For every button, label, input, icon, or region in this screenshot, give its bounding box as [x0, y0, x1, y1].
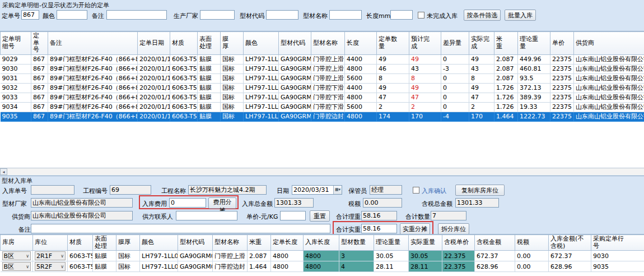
inbound-confirm-checkbox[interactable] [413, 187, 419, 194]
column-header[interactable]: 理论重量 [374, 235, 409, 251]
table-row[interactable]: 903286789#门框型材F26-F40（866+867）2020/01/13… [1, 83, 644, 93]
total-theoretical-weight-input[interactable] [361, 211, 397, 220]
chevron-down-icon[interactable]: ∨ [60, 264, 64, 269]
actual-weight-allocate-button[interactable]: 实重分摊 [400, 223, 430, 234]
fee-input[interactable] [169, 198, 206, 208]
column-header[interactable]: 实际完 成 [469, 32, 494, 55]
date-picker[interactable]: 2020/03/31 ▦▾ [292, 185, 342, 195]
column-header[interactable]: 入库金额(不 含税) [549, 235, 591, 251]
grid-cell: 6063-T5 [68, 251, 93, 261]
column-header[interactable]: 颜色 [140, 235, 178, 251]
total-qty-input[interactable] [431, 211, 466, 220]
total-actual-weight-input[interactable] [361, 224, 397, 233]
grid-cell: 30.05 [409, 251, 442, 261]
column-header[interactable]: 颜色 [244, 32, 279, 55]
column-header[interactable]: 库房 [1, 235, 33, 251]
note-filter-input[interactable] [106, 10, 167, 20]
column-header[interactable]: 理论重 量 [518, 32, 550, 55]
column-header[interactable]: 入库长度 [304, 235, 339, 251]
column-header[interactable]: 膜厚 [116, 235, 140, 251]
supplier-input[interactable] [31, 211, 133, 220]
combo-cell[interactable]: 2R1F∨ [35, 251, 66, 260]
split-location-button[interactable]: 拆分库位 [438, 223, 469, 234]
column-header[interactable]: 表面 处理 [93, 235, 116, 251]
batch-inbound-button[interactable]: 批量入库 [505, 10, 536, 21]
column-header[interactable]: 型材代码 [178, 235, 213, 251]
column-header[interactable]: 膜 厚 [221, 32, 244, 55]
column-header[interactable]: 税额 [515, 235, 549, 251]
column-header[interactable]: 型材名称 [213, 235, 248, 251]
table-row[interactable]: B区∨5R2F∨6063-T5贴膜国标LH797-1LL0GA90GRM05门带… [1, 261, 644, 272]
column-header[interactable]: 定 单 号 [31, 32, 48, 55]
chevron-down-icon[interactable]: ∨ [60, 254, 64, 259]
table-row[interactable]: 903186789#门框型材F26-F40（866+867）2020/01/13… [1, 73, 644, 83]
column-header[interactable]: 表面 处理 [198, 32, 221, 55]
grid-cell: 2 [469, 102, 494, 112]
column-header[interactable]: 定单日期 [138, 32, 170, 55]
column-header[interactable]: 米 重 [494, 32, 518, 55]
grid-cell: 2.087 [248, 251, 271, 261]
grid-cell: 9035 [591, 261, 644, 272]
fee-allocate-button[interactable]: 费用分摊 [208, 197, 236, 209]
table-row[interactable]: 903386789#门框型材F26-F40（866+867）2020/01/13… [1, 93, 644, 102]
column-header[interactable]: 实际重量 [409, 235, 442, 251]
total-amount-input[interactable] [274, 198, 314, 208]
order-no-input[interactable] [21, 10, 39, 20]
copy-warehouse-button[interactable]: 复制库房库位 [455, 185, 505, 196]
unit-price-input[interactable] [280, 211, 306, 220]
table-row[interactable]: B区∨2R1F∨6063-T5贴膜国标LH797-1LL0GA90GRM03门带… [1, 251, 644, 261]
order-detail-grid: 定单明 细号定 单 号备注定单日期材质表面 处理膜 厚颜色型材代码型材名称长度定… [0, 31, 644, 168]
chevron-down-icon[interactable]: ∨ [26, 264, 29, 269]
combo-cell[interactable]: B区∨ [2, 262, 31, 271]
column-header[interactable]: 定单明 细号 [1, 32, 31, 55]
factory-input[interactable] [31, 198, 133, 208]
chevron-down-icon[interactable]: ∨ [26, 254, 29, 259]
scroll-left-button[interactable]: ◂ [0, 168, 7, 175]
inbound-no-input[interactable] [31, 185, 74, 195]
note-input[interactable] [31, 224, 330, 233]
keeper-input[interactable] [370, 185, 402, 195]
contact-input[interactable] [176, 211, 237, 220]
code-filter-input[interactable] [266, 10, 298, 20]
column-header[interactable]: 定单长度 [271, 235, 304, 251]
column-header[interactable]: 库位 [33, 235, 68, 251]
column-header[interactable]: 预计完 成 [409, 32, 441, 55]
calendar-dropdown-icon[interactable]: ▦▾ [333, 186, 342, 194]
project-name-input[interactable] [188, 185, 267, 195]
grid-cell: 2020/01/13 [138, 83, 170, 93]
table-row[interactable]: 902986789#门框型材F26-F40（866+867）2020/01/13… [1, 54, 644, 64]
column-header[interactable]: 型材名称 [311, 32, 345, 55]
name-filter-input[interactable] [329, 10, 362, 20]
column-header[interactable]: 供货商 [574, 32, 644, 55]
column-header[interactable]: 备注 [48, 32, 138, 55]
reset-button[interactable]: 重置 [310, 210, 330, 222]
column-header[interactable]: 含税金额 [475, 235, 515, 251]
horizontal-scrollbar[interactable]: ◂ [0, 168, 644, 175]
table-row[interactable]: 903586789#门框型材F26-F40（866+867）2020/01/13… [1, 112, 644, 121]
column-header[interactable]: 材质 [170, 32, 198, 55]
color-filter-input[interactable] [57, 10, 87, 20]
column-header[interactable]: 定单数 量 [377, 32, 409, 55]
table-row[interactable]: 903086789#门框型材F26-F40（866+867）2020/01/13… [1, 64, 644, 73]
project-no-input[interactable] [110, 185, 151, 195]
column-header[interactable]: 米重 [248, 235, 271, 251]
total-theoretical-weight-label: 合计理重 [336, 213, 361, 221]
tax-input[interactable] [363, 198, 402, 208]
combo-cell[interactable]: B区∨ [2, 251, 31, 260]
table-row[interactable]: 903486789#门框型材F26-F40（866+867）2020/01/13… [1, 102, 644, 112]
maker-filter-input[interactable] [200, 10, 235, 20]
filter-by-condition-button[interactable]: 按条件筛选 [464, 10, 501, 21]
grid-cell: 国标 [221, 54, 244, 64]
unfinished-checkbox[interactable] [418, 12, 424, 19]
column-header[interactable]: 长度 [345, 32, 377, 55]
column-header[interactable]: 材质 [68, 235, 93, 251]
column-header[interactable]: 差异量 [441, 32, 469, 55]
column-header[interactable]: 单价 [550, 32, 574, 55]
total-with-tax-input[interactable] [455, 198, 499, 208]
length-filter-input[interactable] [390, 10, 413, 20]
combo-cell[interactable]: 5R2F∨ [35, 262, 66, 271]
column-header[interactable]: 型材数量 [339, 235, 374, 251]
column-header[interactable]: 型材代码 [279, 32, 311, 55]
column-header[interactable]: 采购定单行 号 [591, 235, 644, 251]
column-header[interactable]: 含税单价 [442, 235, 475, 251]
